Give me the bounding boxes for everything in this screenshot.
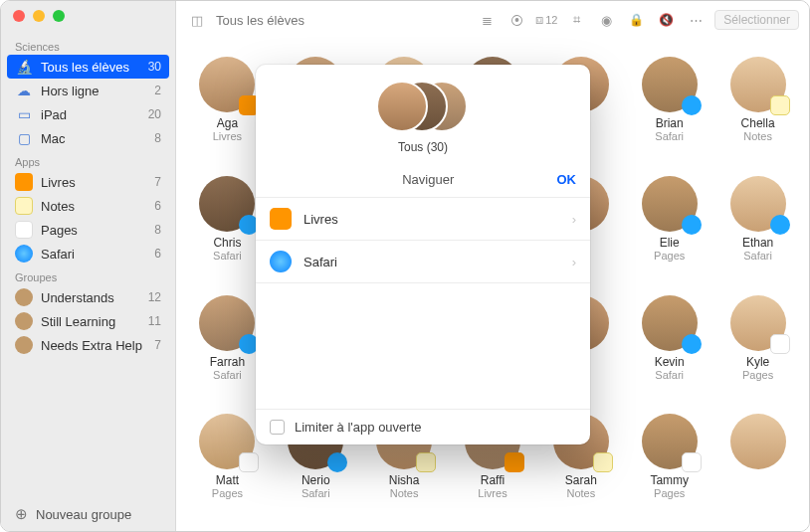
- avatar: [642, 414, 698, 469]
- avatar: [730, 176, 786, 232]
- sidebar-item-notes[interactable]: Notes 6: [1, 194, 175, 218]
- chevron-right-icon: ›: [572, 255, 576, 269]
- window-traffic-lights: [13, 10, 65, 22]
- pages-icon: [239, 452, 259, 472]
- safari-icon: [15, 245, 33, 263]
- close-window-button[interactable]: [13, 10, 25, 22]
- toolbar: Tous les élèves 12 Sélectionner: [176, 1, 809, 39]
- selection-count: Tous (30): [398, 140, 448, 154]
- limit-app-label: Limiter à l'app ouverte: [295, 420, 422, 435]
- apps-grid-icon[interactable]: [565, 9, 587, 31]
- sidebar-item-group-needs-help[interactable]: Needs Extra Help 7: [1, 333, 175, 357]
- sidebar-item-label: Notes: [41, 199, 146, 214]
- sidebar-item-ipad[interactable]: iPad 20: [1, 102, 175, 126]
- sidebar-item-group-still-learning[interactable]: Still Learning 11: [1, 309, 175, 333]
- safari-icon: [682, 95, 702, 115]
- popover-nav: Naviguer OK: [256, 162, 590, 198]
- zoom-window-button[interactable]: [53, 10, 65, 22]
- notes-icon: [593, 452, 613, 472]
- lock-icon[interactable]: [625, 9, 647, 31]
- mute-icon[interactable]: [655, 9, 677, 31]
- student-app-label: Notes: [390, 487, 419, 499]
- navigate-icon[interactable]: [506, 9, 527, 31]
- student-cell[interactable]: ChellaNotes: [716, 57, 799, 162]
- sidebar-item-label: Livres: [41, 175, 146, 190]
- sidebar-item-label: Pages: [41, 223, 146, 238]
- popover-row-safari[interactable]: Safari ›: [256, 241, 590, 283]
- plus-circle-icon: [15, 505, 28, 523]
- sidebar-item-label: Hors ligne: [41, 84, 146, 98]
- popover-row-livres[interactable]: Livres ›: [256, 198, 590, 241]
- student-app-label: Safari: [302, 487, 330, 499]
- student-app-label: Safari: [655, 369, 684, 381]
- student-name: Aga: [217, 116, 238, 130]
- sidebar-item-count: 12: [148, 290, 161, 304]
- safari-icon: [770, 215, 790, 235]
- page-title: Tous les élèves: [216, 13, 304, 28]
- student-cell[interactable]: KevinSafari: [628, 295, 710, 401]
- new-group-button[interactable]: Nouveau groupe: [1, 497, 176, 531]
- avatar: [642, 57, 698, 112]
- sidebar-item-offline[interactable]: Hors ligne 2: [1, 79, 175, 102]
- more-icon[interactable]: [685, 9, 707, 31]
- student-name: Chella: [741, 116, 775, 130]
- pages-icon: [15, 221, 33, 239]
- sidebar-item-livres[interactable]: Livres 7: [1, 170, 175, 194]
- avatar: [199, 414, 255, 469]
- student-cell[interactable]: KylePages: [716, 295, 799, 401]
- minimize-window-button[interactable]: [33, 10, 45, 22]
- student-cell[interactable]: BrianSafari: [628, 57, 710, 162]
- avatar: [199, 295, 255, 351]
- sidebar-item-label: Mac: [41, 131, 146, 146]
- sidebar-item-pages[interactable]: Pages 8: [1, 218, 175, 242]
- student-app-label: Livres: [478, 487, 506, 499]
- sidebar-item-safari[interactable]: Safari 6: [1, 242, 175, 266]
- sidebar-item-mac[interactable]: Mac 8: [1, 126, 175, 150]
- mac-icon: [15, 129, 33, 147]
- student-cell[interactable]: TammyPages: [628, 414, 710, 519]
- sidebar-item-count: 20: [148, 107, 161, 121]
- ok-button[interactable]: OK: [557, 172, 577, 187]
- popover-title: Naviguer: [300, 172, 557, 187]
- student-name: Kevin: [655, 355, 685, 369]
- sidebar-item-group-understands[interactable]: Understands 12: [1, 285, 175, 309]
- ipad-icon: [15, 105, 33, 123]
- inbox-button[interactable]: 12: [535, 9, 557, 31]
- student-name: Kyle: [746, 355, 769, 369]
- notes-icon: [15, 197, 33, 215]
- sidebar-item-count: 8: [154, 223, 161, 237]
- view-screens-icon[interactable]: [595, 9, 617, 31]
- limit-app-checkbox[interactable]: [270, 420, 285, 435]
- student-cell[interactable]: EthanSafari: [716, 176, 799, 281]
- inbox-count: 12: [545, 14, 557, 26]
- student-cell[interactable]: EliePages: [628, 176, 710, 281]
- student-name: Brian: [656, 116, 684, 130]
- stack-icon[interactable]: [476, 9, 498, 31]
- sidebar-item-count: 7: [154, 175, 161, 189]
- sidebar-item-label: iPad: [41, 107, 140, 122]
- select-button[interactable]: Sélectionner: [714, 10, 799, 30]
- safari-icon: [682, 334, 702, 354]
- student-name: Chris: [213, 236, 241, 250]
- student-cell[interactable]: [716, 414, 799, 519]
- sidebar-item-count: 11: [148, 314, 161, 328]
- stacked-avatars: [376, 79, 470, 134]
- student-app-label: Pages: [742, 369, 773, 381]
- avatar: [730, 295, 786, 351]
- student-name: Ethan: [742, 236, 773, 250]
- sidebar-item-all-students[interactable]: Tous les élèves 30: [7, 55, 169, 79]
- student-app-label: Notes: [743, 130, 772, 142]
- livres-icon: [505, 452, 524, 472]
- avatar: [199, 57, 255, 112]
- group-icon: [15, 288, 33, 306]
- avatar: [376, 81, 428, 132]
- student-app-label: Pages: [654, 487, 685, 499]
- avatar: [642, 295, 698, 351]
- avatar: [642, 176, 698, 232]
- sidebar-item-count: 30: [148, 60, 161, 74]
- popover-row-label: Safari: [304, 255, 560, 269]
- books-icon: [15, 173, 33, 191]
- toggle-sidebar-icon[interactable]: [186, 9, 208, 31]
- sidebar-item-label: Tous les élèves: [41, 60, 140, 75]
- sidebar-item-label: Needs Extra Help: [41, 338, 146, 353]
